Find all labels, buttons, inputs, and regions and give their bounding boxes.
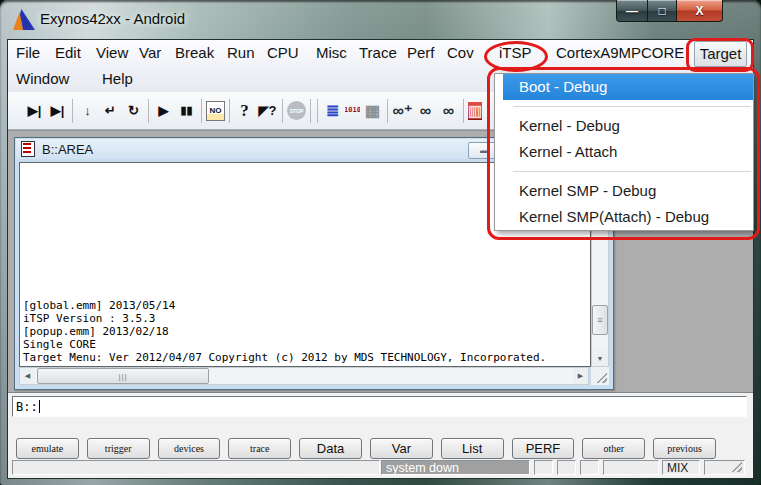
status-mode: MIX [662,460,700,475]
area-icon [21,141,35,157]
menu-separator [495,165,753,178]
softkey-previous[interactable]: previous [653,438,716,459]
text-caret [39,400,40,413]
status-cell-empty [580,460,599,475]
edit-no-icon[interactable]: NO [206,101,225,121]
step-into-icon[interactable]: ▶| [24,100,45,122]
softkey-perf[interactable]: PERF [512,438,575,459]
minimize-button[interactable]: — [616,0,648,22]
target-dropdown-menu: Boot - Debug Kernel - Debug Kernel - Att… [494,73,754,231]
register-icon[interactable]: ▥ [468,102,482,120]
command-prompt: B:: [16,400,38,414]
menu-itsp[interactable]: iTSP [499,40,532,66]
status-cell-empty [557,460,576,475]
list-icon[interactable]: ≣ [322,100,343,122]
close-button[interactable]: X [676,0,723,22]
softkey-emulate[interactable]: emulate [16,438,79,459]
app-logo-icon [13,9,35,30]
console-line: Target Menu: Ver 2012/04/07 Copyright (c… [23,351,588,364]
step-over-icon[interactable]: ▶| [47,100,68,122]
menu-break[interactable]: Break [175,40,214,66]
status-cell-empty [12,460,380,475]
menu-cov[interactable]: Cov [447,40,474,66]
toolbar-separator [463,99,464,123]
toolbar-separator [72,99,73,123]
scroll-left-icon[interactable]: ◀ [20,368,35,384]
softkey-devices[interactable]: devices [158,438,221,459]
application-window: Exynos42xx - Android — □ X File Edit Vie… [0,0,761,485]
menu-row-1: File Edit View Var Break Run CPU Misc Tr… [8,40,753,66]
context-help-icon[interactable]: ◤? [257,100,278,122]
menu-target[interactable]: Target [694,41,747,67]
toolbar-separator [229,99,230,123]
toolbar-separator [317,99,318,123]
softkey-var[interactable]: Var [370,438,433,459]
softkey-data[interactable]: Data [299,438,362,459]
softkey-bar: emulate trigger devices trace Data Var L… [16,438,716,459]
menu-window[interactable]: Window [16,66,69,92]
menu-separator [495,100,753,113]
window-title: Exynos42xx - Android [40,10,185,27]
stop-icon[interactable]: STOP [287,101,306,120]
softkey-trace[interactable]: trace [228,438,291,459]
bottom-panel: B:: emulate trigger devices trace Data V… [8,392,753,478]
go-icon[interactable]: ▶ [153,100,174,122]
toolbar-separator [310,99,311,123]
console-line: [popup.emm] 2013/02/18 [23,325,588,338]
toolbar-separator [201,99,202,123]
status-system-state: system down [381,460,530,475]
menu-item-kernel-attach[interactable]: Kernel - Attach [495,139,753,165]
command-input[interactable]: B:: [12,396,747,417]
step-return-icon[interactable]: ↵ [100,100,121,122]
scroll-down-icon[interactable]: ▼ [592,351,608,366]
maximize-button[interactable]: □ [648,0,676,22]
menu-item-kernel-debug[interactable]: Kernel - Debug [495,113,753,139]
horizontal-scroll-thumb[interactable]: ||| [37,368,209,384]
status-cell-empty [603,460,659,475]
softkey-other[interactable]: other [582,438,645,459]
view-window2-icon[interactable]: ∞ [438,100,459,122]
vertical-scroll-thumb[interactable]: ≡ [592,305,608,335]
menu-cortexa9mpcore[interactable]: CortexA9MPCORE [556,40,684,66]
horizontal-scrollbar[interactable]: ◀ ||| ▶ [19,367,589,385]
status-cell-empty [534,460,553,475]
menu-cpu[interactable]: CPU [267,40,299,66]
menu-trace[interactable]: Trace [359,40,397,66]
area-window-title: B::AREA [42,142,93,157]
console-output: [global.emm] 2013/05/14 iTSP Version : 3… [23,299,588,364]
window-resize-grip[interactable] [591,367,609,385]
status-cell-empty [704,460,745,475]
memory-icon[interactable]: ▦ [362,100,383,122]
softkey-trigger[interactable]: trigger [87,438,150,459]
menu-file[interactable]: File [16,40,40,66]
data-dump-icon[interactable]: 010101 [345,100,360,122]
menu-item-boot-debug[interactable]: Boot - Debug [503,74,753,100]
scroll-right-icon[interactable]: ▶ [573,368,588,384]
menu-var[interactable]: Var [139,40,161,66]
step-up-icon[interactable]: ↻ [123,100,144,122]
status-bar: system down MIX [12,460,749,477]
statusbar-resize-grip[interactable] [731,461,742,472]
view-add-icon[interactable]: ∞⁺ [392,100,413,122]
menu-view[interactable]: View [96,40,128,66]
step-down-icon[interactable]: ↓ [77,100,98,122]
help-icon[interactable]: ? [234,100,255,122]
menu-edit[interactable]: Edit [55,40,81,66]
menu-misc[interactable]: Misc [316,40,347,66]
menu-run[interactable]: Run [227,40,255,66]
toolbar-separator [282,99,283,123]
caption-buttons: — □ X [616,0,723,22]
break-icon[interactable]: ▮▮ [176,100,197,122]
softkey-list[interactable]: List [441,438,504,459]
menu-help[interactable]: Help [102,66,133,92]
view-window-icon[interactable]: ∞ [415,100,436,122]
console-line: [global.emm] 2013/05/14 [23,299,588,312]
console-line: Single CORE [23,338,588,351]
toolbar-separator [148,99,149,123]
menu-perf[interactable]: Perf [407,40,435,66]
menu-item-kernel-smp-attach-debug[interactable]: Kernel SMP(Attach) - Debug [495,204,753,230]
toolbar-separator [387,99,388,123]
console-line: iTSP Version : 3.5.3 [23,312,588,325]
menu-item-kernel-smp-debug[interactable]: Kernel SMP - Debug [495,178,753,204]
